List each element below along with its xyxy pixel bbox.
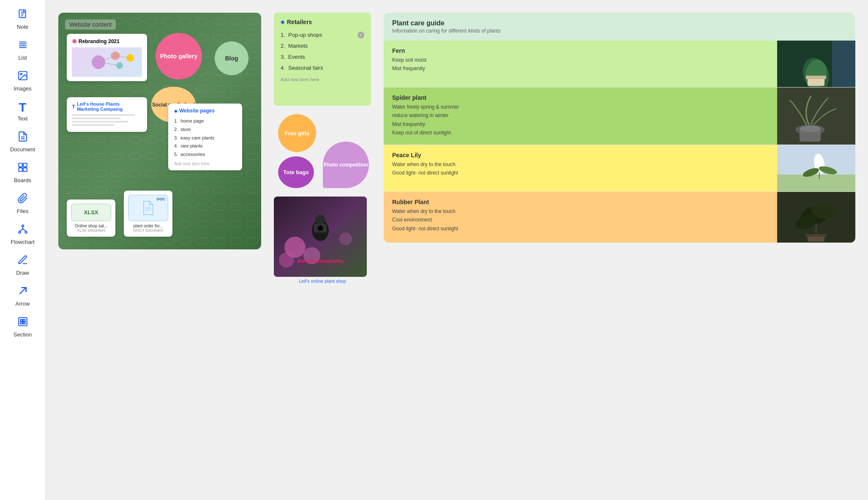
retailers-card[interactable]: ◆ Retailers 1. Pop-up shops × 2. Markets… xyxy=(274,13,371,106)
sidebar-item-boards[interactable]: Boards xyxy=(4,158,42,188)
sidebar-item-files[interactable]: Files xyxy=(4,189,42,219)
svg-rect-26 xyxy=(20,322,22,324)
sidebar-item-document[interactable]: Document xyxy=(4,127,42,157)
section-icon xyxy=(17,316,28,330)
photo-competition-bubble[interactable]: Photo competition xyxy=(323,142,369,188)
docx-filename: plant order for... xyxy=(128,224,168,228)
sidebar-item-section[interactable]: Section xyxy=(4,312,42,342)
document-icon xyxy=(17,131,28,145)
website-content-board[interactable]: Website content ❊ Rebranding 2021 xyxy=(58,13,261,249)
sidebar-item-arrow[interactable]: Arrow xyxy=(4,281,42,311)
rebranding-icon: ❊ xyxy=(72,38,77,45)
wp-bullet-icon: ◆ xyxy=(174,109,177,113)
text-icon: T xyxy=(19,101,26,114)
retailer-item-1: 1. Pop-up shops × xyxy=(281,30,364,41)
instagram-post[interactable]: #leifshouseplants Leif's online plant sh… xyxy=(274,197,371,284)
plant-guide-body: Fern Keep soil moistMist frequently xyxy=(384,41,855,243)
retailer-remove-1[interactable]: × xyxy=(358,32,364,38)
photo-gallery-bubble[interactable]: Photo gallery xyxy=(156,33,202,79)
sidebar-item-label-boards: Boards xyxy=(14,177,31,183)
instagram-image: #leifshouseplants xyxy=(274,197,367,277)
spider-name: Spider plant xyxy=(392,94,769,101)
images-icon xyxy=(17,70,28,84)
retailers-bullet-icon: ◆ xyxy=(281,19,284,25)
svg-rect-13 xyxy=(23,163,27,167)
sidebar-item-note[interactable]: Note xyxy=(4,4,42,34)
docx-filetype: DOCX Document xyxy=(128,228,168,232)
wp-item-1: 1. home page xyxy=(174,117,236,126)
sidebar-item-label-list: List xyxy=(18,55,27,61)
retailer-item-3: 3. Events xyxy=(281,52,364,63)
retailers-add-label[interactable]: Add new item here xyxy=(281,77,364,82)
svg-rect-27 xyxy=(23,322,25,324)
plant-guide-title: Plant care guide xyxy=(392,19,847,27)
sidebar-item-label-draw: Draw xyxy=(16,270,29,276)
website-board-title: Website content xyxy=(65,19,116,30)
promotions-area: Free gifts Tote bags Photo competition xyxy=(274,114,371,188)
peace-image-container xyxy=(777,145,855,191)
docx-file-card[interactable]: DOC plant order for... DOCX Document xyxy=(124,191,172,237)
svg-line-22 xyxy=(19,287,26,294)
website-pages-card[interactable]: ◆ Website pages 1. home page 2. store 3.… xyxy=(168,104,242,170)
xlsx-file-card[interactable]: XLSX Online shop sal... XLSX Document xyxy=(67,199,115,237)
svg-point-17 xyxy=(19,231,20,233)
docx-icon: DOC xyxy=(128,195,168,221)
free-gifts-bubble[interactable]: Free gifts xyxy=(278,114,316,152)
marketing-text-icon: T xyxy=(72,104,75,110)
wp-item-3: 3. easy care plants xyxy=(174,134,236,142)
svg-rect-12 xyxy=(19,163,22,167)
svg-line-20 xyxy=(19,229,23,231)
sidebar: Note List Images T Text xyxy=(0,0,46,500)
rebranding-card[interactable]: ❊ Rebranding 2021 xyxy=(67,34,147,81)
svg-rect-25 xyxy=(23,320,25,321)
marketing-card[interactable]: T Leif's House Plants Marketing Campaing xyxy=(67,97,147,132)
sidebar-item-label-document: Document xyxy=(10,146,35,153)
svg-point-43 xyxy=(339,232,352,245)
tote-bags-bubble[interactable]: Tote bags xyxy=(278,156,314,188)
spider-image-container xyxy=(777,87,855,145)
svg-point-9 xyxy=(20,74,22,75)
sidebar-item-draw[interactable]: Draw xyxy=(4,250,42,280)
wp-item-4: 4. rare plants xyxy=(174,142,236,150)
sidebar-item-text[interactable]: T Text xyxy=(4,97,42,126)
peace-info: Peace Lily Water when dry to the touchGo… xyxy=(384,145,777,191)
blog-bubble[interactable]: Blog xyxy=(215,41,248,75)
wp-list: 1. home page 2. store 3. easy care plant… xyxy=(174,117,236,159)
spider-care: Water freely spring & summerreduce water… xyxy=(392,103,769,137)
spider-info: Spider plant Water freely spring & summe… xyxy=(384,87,777,145)
rebranding-mindmap xyxy=(72,47,142,77)
fern-image-container xyxy=(777,41,855,87)
wp-add-label[interactable]: Add new item here xyxy=(174,161,236,166)
sidebar-item-images[interactable]: Images xyxy=(4,66,42,96)
sidebar-item-label-section: Section xyxy=(14,331,32,338)
flowchart-icon xyxy=(17,224,28,237)
svg-line-21 xyxy=(23,229,26,231)
plant-row-peace: Peace Lily Water when dry to the touchGo… xyxy=(384,145,855,192)
svg-rect-53 xyxy=(806,76,826,79)
plant-guide-header: Plant care guide Information on caring f… xyxy=(384,13,855,41)
sidebar-item-label-files: Files xyxy=(17,208,28,214)
instagram-caption: Leif's online plant shop xyxy=(274,279,371,284)
svg-rect-15 xyxy=(23,168,27,172)
sidebar-item-label-flowchart: Flowchart xyxy=(11,239,34,245)
svg-point-18 xyxy=(25,231,27,233)
svg-point-58 xyxy=(800,126,821,132)
svg-point-16 xyxy=(22,225,23,227)
peace-name: Peace Lily xyxy=(392,152,769,158)
sidebar-item-flowchart[interactable]: Flowchart xyxy=(4,219,42,249)
plant-row-spider: Spider plant Water freely spring & summe… xyxy=(384,87,855,145)
plant-guide-subtitle: Information on caring for different kind… xyxy=(392,28,847,34)
retailer-item-2: 2. Markets xyxy=(281,41,364,52)
middle-column: ◆ Retailers 1. Pop-up shops × 2. Markets… xyxy=(274,13,371,284)
retailers-list: 1. Pop-up shops × 2. Markets 3. Events 4… xyxy=(281,30,364,74)
fern-name: Fern xyxy=(392,47,769,54)
xlsx-filetype: XLSX Document xyxy=(71,228,111,232)
boards-icon xyxy=(17,162,28,175)
wp-title-text: Website pages xyxy=(179,108,215,114)
sidebar-item-list[interactable]: List xyxy=(4,35,42,65)
rubber-info: Rubber Plant Water when dry to the touch… xyxy=(384,192,777,243)
svg-point-48 xyxy=(319,227,322,230)
wp-item-2: 2. store xyxy=(174,126,236,134)
svg-rect-60 xyxy=(777,175,855,191)
files-icon xyxy=(17,193,28,206)
